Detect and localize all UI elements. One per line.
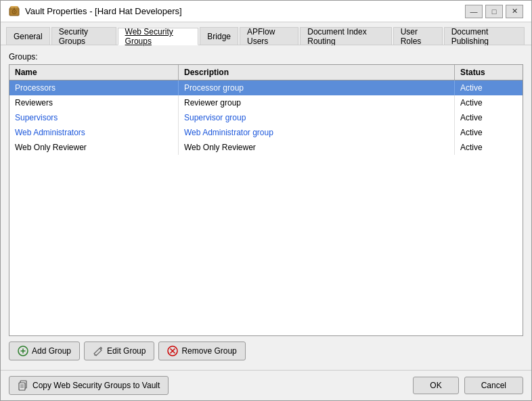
tab-document-publishing[interactable]: Document Publishing (444, 27, 525, 45)
tab-user-roles[interactable]: User Roles (393, 27, 443, 45)
th-description: Description (179, 65, 455, 80)
remove-group-label: Remove Group (181, 346, 236, 356)
main-window: Vault Properties - [Hard Hat Developers]… (0, 0, 532, 401)
th-status: Status (455, 65, 523, 80)
table-header: Name Description Status (9, 65, 523, 80)
table-row[interactable]: Reviewers Reviewer group Active (9, 95, 523, 110)
groups-label: Groups: (9, 52, 523, 62)
svg-point-2 (14, 11, 15, 12)
action-button-bar: Add Group Edit Group (9, 336, 523, 363)
row-name: Web Only Reviewer (9, 140, 179, 155)
cancel-button[interactable]: Cancel (464, 377, 523, 394)
content-area: Groups: Name Description Status Processo… (1, 45, 531, 370)
tab-bridge[interactable]: Bridge (200, 27, 238, 45)
footer-right: OK Cancel (413, 377, 523, 394)
row-desc: Processor group (179, 80, 455, 95)
table-body: Processors Processor group Active Review… (9, 80, 523, 335)
row-name: Supervisors (9, 110, 179, 125)
close-button[interactable]: ✕ (506, 5, 523, 18)
svg-rect-15 (19, 383, 25, 390)
tab-apflow-users[interactable]: APFlow Users (240, 27, 298, 45)
tab-general[interactable]: General (6, 27, 50, 45)
edit-group-label: Edit Group (107, 346, 146, 356)
table-row[interactable]: Processors Processor group Active (9, 80, 523, 95)
vault-icon (9, 6, 20, 17)
maximize-button[interactable]: □ (485, 5, 503, 18)
remove-group-button[interactable]: Remove Group (158, 341, 245, 360)
title-text: Vault Properties - [Hard Hat Developers] (25, 6, 182, 16)
row-status: Active (455, 95, 523, 110)
row-desc: Web Only Reviewer (179, 140, 455, 155)
copy-icon (18, 380, 28, 391)
footer-left: Copy Web Security Groups to Vault (9, 376, 169, 395)
row-desc: Reviewer group (179, 95, 455, 110)
edit-icon (93, 346, 104, 356)
groups-table: Name Description Status Processors Proce… (9, 64, 523, 336)
tab-web-security-groups[interactable]: Web Security Groups (118, 28, 199, 45)
row-name: Reviewers (9, 95, 179, 110)
row-name: Processors (9, 80, 179, 95)
tab-bar: General Security Groups Web Security Gro… (1, 22, 531, 45)
row-status: Active (455, 80, 523, 95)
table-row[interactable]: Supervisors Supervisor group Active (9, 110, 523, 125)
row-status: Active (455, 125, 523, 140)
table-row[interactable]: Web Only Reviewer Web Only Reviewer Acti… (9, 140, 523, 155)
tab-document-index-routing[interactable]: Document Index Routing (300, 27, 391, 45)
add-group-button[interactable]: Add Group (9, 341, 80, 360)
ok-button[interactable]: OK (413, 377, 458, 394)
table-row[interactable]: Web Administrators Web Administrator gro… (9, 125, 523, 140)
add-icon (18, 346, 28, 356)
minimize-button[interactable]: — (465, 5, 483, 18)
footer: Copy Web Security Groups to Vault OK Can… (1, 370, 531, 400)
row-status: Active (455, 110, 523, 125)
title-bar: Vault Properties - [Hard Hat Developers]… (1, 1, 531, 22)
row-name: Web Administrators (9, 125, 179, 140)
row-status: Active (455, 140, 523, 155)
row-desc: Supervisor group (179, 110, 455, 125)
remove-icon (167, 346, 178, 356)
edit-group-button[interactable]: Edit Group (84, 341, 154, 360)
title-bar-left: Vault Properties - [Hard Hat Developers] (9, 6, 182, 17)
th-name: Name (9, 65, 179, 80)
svg-rect-4 (11, 6, 18, 7)
copy-to-vault-button[interactable]: Copy Web Security Groups to Vault (9, 376, 169, 395)
row-desc: Web Administrator group (179, 125, 455, 140)
tab-security-groups[interactable]: Security Groups (51, 27, 116, 45)
title-controls: — □ ✕ (465, 5, 523, 18)
copy-button-label: Copy Web Security Groups to Vault (32, 381, 160, 390)
add-group-label: Add Group (32, 346, 71, 356)
